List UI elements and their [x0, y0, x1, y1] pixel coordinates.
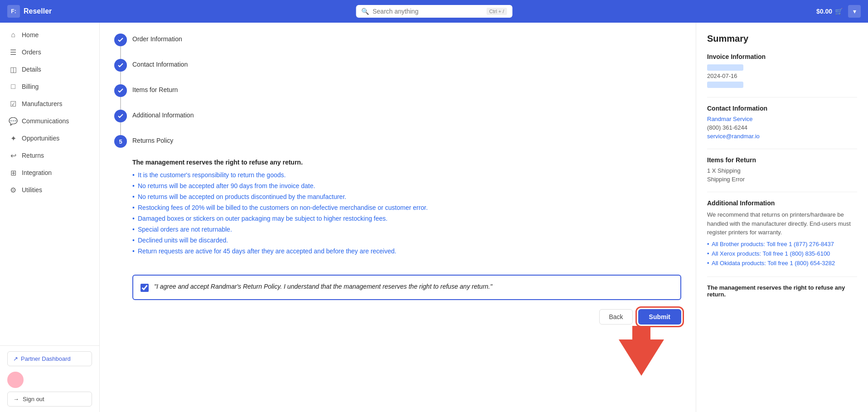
external-link-icon: ↗ — [13, 355, 18, 362]
summary-management-section: The management reserves the right to ref… — [707, 284, 857, 305]
step-connector-contact-info — [114, 59, 127, 84]
summary-invoice-date: 2024-07-16 — [707, 73, 857, 79]
search-container: 🔍 Ctrl + / — [356, 5, 512, 18]
summary-items-title: Items for Return — [707, 156, 857, 164]
signout-icon: → — [13, 396, 19, 402]
search-icon: 🔍 — [361, 8, 369, 15]
step-connector-order-info — [114, 34, 127, 59]
step-connector-additional-info — [114, 110, 127, 135]
step-label-additional-info: Additional Information — [132, 110, 194, 119]
back-button[interactable]: Back — [599, 309, 632, 325]
step-circle-additional-info — [114, 110, 127, 122]
summary-contact-section: Contact Information Randmar Service (800… — [707, 105, 857, 149]
sidebar-item-orders[interactable]: ☰ Orders — [0, 44, 99, 61]
policy-title: The management reserves the right to ref… — [132, 159, 681, 166]
sidebar-label-details: Details — [22, 66, 41, 73]
sidebar-label-utilities: Utilities — [22, 186, 42, 194]
summary-items-section: Items for Return 1 X Shipping Shipping E… — [707, 156, 857, 192]
sidebar-item-integration[interactable]: ⊞ Integration — [0, 164, 99, 181]
policy-list-item: Restocking fees of 20% will be billed to… — [132, 204, 681, 211]
summary-contact-title: Contact Information — [707, 105, 857, 112]
logo-text: Reseller — [24, 7, 52, 15]
summary-contact-phone: (800) 361-6244 — [707, 124, 857, 131]
search-input[interactable] — [373, 8, 483, 15]
sidebar-nav: ⌂ Home ☰ Orders ◫ Details □ Billing ☑ Ma… — [0, 23, 99, 345]
steps-container: Order InformationContact InformationItem… — [114, 34, 681, 148]
step-circle-order-info — [114, 34, 127, 46]
user-dropdown-button[interactable]: ▾ — [848, 5, 861, 18]
sidebar-item-returns[interactable]: ↩ Returns — [0, 147, 99, 164]
sidebar-label-returns: Returns — [22, 152, 44, 159]
summary-item1: 1 X Shipping — [707, 167, 857, 174]
sidebar-label-home: Home — [22, 31, 39, 39]
logo: F: Reseller — [7, 5, 52, 18]
summary-title: Summary — [707, 34, 857, 44]
summary-panel: Summary Invoice Information 2024-07-16 C… — [696, 23, 868, 412]
summary-contact-email: service@randmar.io — [707, 133, 857, 140]
search-box: 🔍 Ctrl + / — [356, 5, 512, 18]
cart-icon: 🛒 — [835, 8, 843, 15]
communications-icon: 💬 — [9, 117, 17, 125]
sidebar-label-billing: Billing — [22, 83, 39, 90]
partner-dashboard-button[interactable]: ↗ Partner Dashboard — [7, 351, 92, 366]
step-connector-items-return — [114, 84, 127, 110]
policy-list-item: Special orders are not returnable. — [132, 226, 681, 233]
summary-additional-list-item: All Brother products: Toll free 1 (877) … — [707, 241, 857, 247]
step-circle-returns-policy: 5 — [114, 135, 127, 148]
summary-additional-list-item: All Xerox products: Toll free 1 (800) 83… — [707, 250, 857, 257]
opportunities-icon: ✦ — [9, 134, 17, 142]
step-line — [120, 122, 121, 135]
summary-additional-text: We recommend that returns on printers/ha… — [707, 210, 857, 237]
details-icon: ◫ — [9, 65, 17, 73]
sidebar-label-orders: Orders — [22, 48, 41, 56]
integration-icon: ⊞ — [9, 169, 17, 177]
policy-list-item: Declined units will be discarded. — [132, 237, 681, 244]
cart-amount: $0.00 — [816, 8, 832, 15]
summary-additional-list: All Brother products: Toll free 1 (877) … — [707, 241, 857, 267]
sidebar-item-home[interactable]: ⌂ Home — [0, 26, 99, 44]
policy-content: The management reserves the right to ref… — [114, 159, 681, 266]
step-connector-returns-policy: 5 — [114, 135, 127, 148]
step-label-order-info: Order Information — [132, 34, 182, 43]
sidebar-item-communications[interactable]: 💬 Communications — [0, 112, 99, 130]
search-shortcut: Ctrl + / — [486, 8, 507, 15]
sidebar-item-utilities[interactable]: ⚙ Utilities — [0, 181, 99, 199]
chevron-down-icon: ▾ — [853, 8, 856, 15]
returns-icon: ↩ — [9, 151, 17, 160]
agreement-box: "I agree and accept Randmar's Return Pol… — [132, 275, 681, 300]
summary-invoice-section: Invoice Information 2024-07-16 — [707, 53, 857, 97]
sidebar-label-manufacturers: Manufacturers — [22, 100, 62, 107]
sidebar-item-billing[interactable]: □ Billing — [0, 78, 99, 95]
submit-button[interactable]: Submit — [638, 309, 681, 325]
sidebar-item-manufacturers[interactable]: ☑ Manufacturers — [0, 95, 99, 112]
partner-dashboard-label: Partner Dashboard — [21, 355, 71, 362]
sidebar-label-opportunities: Opportunities — [22, 135, 59, 142]
summary-additional-list-item: All Okidata products: Toll free 1 (800) … — [707, 260, 857, 267]
summary-additional-section: Additional Information We recommend that… — [707, 199, 857, 277]
main-content: Order InformationContact InformationItem… — [100, 23, 696, 412]
step-line — [120, 97, 121, 110]
summary-invoice-redacted2 — [707, 82, 743, 88]
step-label-contact-info: Contact Information — [132, 59, 188, 68]
header-right: $0.00 🛒 ▾ — [816, 5, 861, 18]
main-layout: ⌂ Home ☰ Orders ◫ Details □ Billing ☑ Ma… — [0, 23, 868, 412]
summary-contact-name: Randmar Service — [707, 116, 857, 122]
signout-label: Sign out — [23, 396, 44, 402]
step-line — [120, 46, 121, 59]
sign-out-button[interactable]: → Sign out — [7, 392, 92, 407]
summary-invoice-redacted — [707, 64, 743, 71]
sidebar-bottom: ↗ Partner Dashboard → Sign out — [0, 345, 99, 412]
sidebar-item-details[interactable]: ◫ Details — [0, 61, 99, 78]
agreement-text: "I agree and accept Randmar's Return Pol… — [154, 283, 492, 290]
summary-item2: Shipping Error — [707, 176, 857, 183]
logo-icon: F: — [7, 5, 20, 18]
policy-list-item: Damaged boxes or stickers on outer packa… — [132, 215, 681, 222]
summary-management-note: The management reserves the right to ref… — [707, 284, 857, 298]
step-line — [120, 72, 121, 84]
home-icon: ⌂ — [9, 31, 17, 39]
agreement-checkbox[interactable] — [141, 284, 149, 292]
policy-list-item: Return requests are active for 45 days a… — [132, 247, 681, 255]
sidebar-label-communications: Communications — [22, 117, 69, 125]
sidebar-item-opportunities[interactable]: ✦ Opportunities — [0, 130, 99, 147]
cart-display[interactable]: $0.00 🛒 — [816, 8, 843, 15]
